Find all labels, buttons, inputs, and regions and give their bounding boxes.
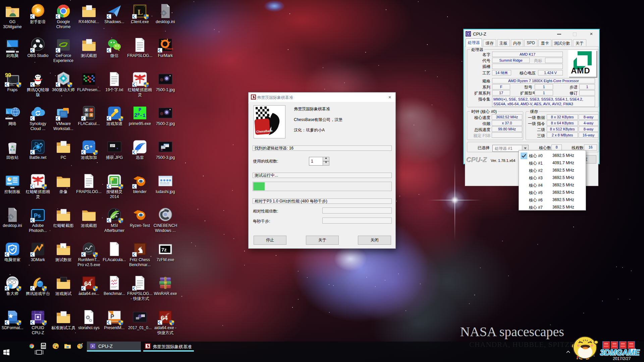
svg-text:99: 99: [5, 72, 11, 78]
svg-text:+: +: [90, 143, 93, 149]
svg-text:M: M: [110, 177, 113, 182]
svg-text:-1: -1: [140, 113, 146, 119]
svg-text:2: 2: [134, 112, 138, 119]
svg-text:Ps: Ps: [34, 213, 41, 219]
svg-text:L: L: [138, 8, 143, 16]
svg-text:FMark: FMark: [165, 47, 173, 50]
svg-text:7z: 7z: [161, 247, 167, 252]
svg-text:P: P: [110, 313, 114, 320]
